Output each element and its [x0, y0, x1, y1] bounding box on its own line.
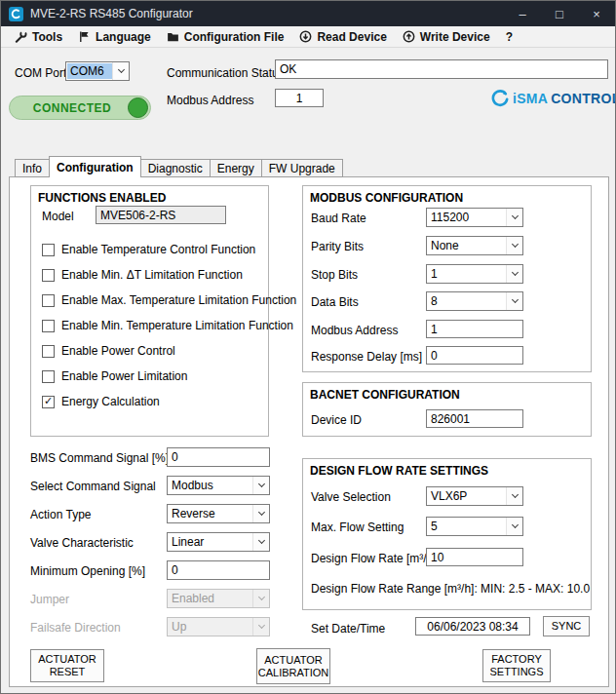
com-port-combobox[interactable]: COM6 — [65, 61, 130, 81]
menu-item-configuration-file[interactable]: Configuration File — [159, 26, 292, 47]
response-delay-input[interactable] — [426, 346, 523, 365]
bms-command-signal-label: BMS Command Signal [%] — [30, 451, 169, 465]
select-command-signal-combobox[interactable]: Modbus — [167, 476, 270, 495]
checkbox[interactable]: ✓ — [42, 244, 55, 256]
combobox-value: Modbus — [168, 479, 252, 492]
baud-rate-combobox[interactable]: 115200 — [426, 208, 523, 227]
chevron-down-icon — [506, 518, 522, 535]
checkbox-row-power-limitation[interactable]: ✓ Enable Power Limitation — [42, 369, 187, 383]
chevron-down-icon — [252, 505, 269, 522]
tab-info[interactable]: Info — [15, 159, 50, 177]
chevron-down-icon — [252, 590, 269, 607]
parity-bits-combobox[interactable]: None — [426, 236, 523, 255]
valve-characteristic-combobox[interactable]: Linear — [167, 532, 270, 552]
model-input[interactable] — [96, 206, 226, 224]
action-type-combobox[interactable]: Reverse — [167, 504, 270, 523]
connected-indicator-dot — [128, 97, 148, 118]
connected-status-pill: CONNECTED — [9, 96, 151, 120]
response-delay-label: Response Delay [ms] — [311, 350, 422, 364]
max-flow-setting-combobox[interactable]: 5 — [426, 517, 523, 536]
valve-selection-combobox[interactable]: VLX6P — [426, 486, 523, 506]
checkbox-row-power-control[interactable]: ✓ Enable Power Control — [42, 344, 175, 358]
actuator-calibration-button[interactable]: ACTUATOR CALIBRATION — [256, 648, 330, 684]
combobox-value: Reverse — [168, 507, 252, 520]
modbus-address-input[interactable] — [275, 89, 324, 107]
com-port-label: COM Port — [15, 66, 66, 80]
folder-icon — [167, 30, 179, 43]
factory-settings-button[interactable]: FACTORY SETTINGS — [482, 649, 551, 682]
parity-bits-label: Parity Bits — [311, 240, 364, 253]
checkbox[interactable]: ✓ — [42, 294, 55, 307]
checkbox-row-temperature-control[interactable]: ✓ Enable Temperature Control Function — [42, 243, 255, 256]
combobox-value: 5 — [427, 520, 506, 533]
maximize-button[interactable]: □ — [541, 1, 578, 26]
close-button[interactable]: × — [578, 1, 615, 26]
set-datetime-label: Set Date/Time — [311, 622, 385, 636]
bacnet-configuration-title: BACNET CONFIGURATION — [310, 388, 460, 402]
menu-item-read-device[interactable]: Read Device — [291, 26, 394, 47]
title-bar: MVE-2-RS RS485 Configurator – □ × — [1, 1, 615, 26]
minimize-button[interactable]: – — [504, 1, 541, 26]
menu-item-tools[interactable]: Tools — [7, 26, 70, 47]
tab-diagnostic[interactable]: Diagnostic — [140, 159, 211, 177]
tab-strip: Info Configuration Diagnostic Energy FW … — [15, 156, 342, 177]
checkbox[interactable]: ✓ — [42, 396, 55, 408]
communication-status-input[interactable] — [275, 59, 608, 79]
combobox-value: Up — [168, 620, 252, 634]
menu-item-write-device[interactable]: Write Device — [395, 26, 498, 47]
device-id-input[interactable] — [426, 409, 523, 428]
action-type-label: Action Type — [30, 508, 91, 521]
minimum-opening-input[interactable] — [167, 560, 270, 580]
bms-command-signal-input[interactable] — [167, 447, 270, 467]
menu-item-help[interactable]: ? — [498, 26, 520, 47]
communication-status-label: Communication Status — [167, 66, 285, 80]
checkbox-row-energy-calculation[interactable]: ✓ Energy Calculation — [42, 395, 160, 408]
combobox-value: VLX6P — [427, 489, 506, 503]
select-command-signal-label: Select Command Signal — [30, 480, 156, 493]
menu-label: Write Device — [420, 30, 490, 44]
set-datetime-input[interactable] — [415, 617, 530, 636]
menu-bar: Tools Language Configuration File Read D… — [1, 26, 615, 48]
window-controls: – □ × — [504, 1, 615, 26]
design-flow-rate-input[interactable] — [426, 548, 523, 566]
data-bits-combobox[interactable]: 8 — [426, 291, 523, 311]
design-flow-rate-label: Design Flow Rate [m³/h] — [311, 552, 437, 565]
chevron-down-icon — [506, 487, 522, 505]
checkbox-row-min-temperature-limitation[interactable]: ✓ Enable Min. Temperature Limitation Fun… — [42, 319, 293, 332]
modbus-address-label: Modbus Address — [167, 94, 253, 107]
tab-fw-upgrade[interactable]: FW Upgrade — [261, 159, 343, 177]
data-bits-label: Data Bits — [311, 295, 359, 309]
checkbox[interactable]: ✓ — [42, 370, 55, 383]
jumper-combobox: Enabled — [167, 589, 270, 608]
checkbox[interactable]: ✓ — [42, 345, 55, 358]
valve-characteristic-label: Valve Characteristic — [30, 536, 134, 550]
stop-bits-combobox[interactable]: 1 — [426, 264, 523, 284]
checkbox-label: Enable Power Control — [61, 344, 175, 358]
write-device-circle-icon — [403, 30, 415, 43]
menu-item-language[interactable]: Language — [70, 26, 159, 47]
combobox-value: 8 — [427, 294, 506, 308]
combobox-value: COM6 — [67, 63, 112, 79]
chevron-down-icon — [252, 477, 269, 494]
sync-button[interactable]: SYNC — [543, 616, 590, 636]
checkbox[interactable]: ✓ — [42, 269, 55, 282]
actuator-reset-button[interactable]: ACTUATOR RESET — [30, 649, 104, 682]
wrench-icon — [15, 30, 27, 43]
design-flow-rate-title: DESIGN FLOW RATE SETTINGS — [310, 464, 488, 478]
chevron-down-icon — [112, 62, 129, 80]
checkbox-label: Enable Min. ΔT Limitation Function — [61, 268, 243, 282]
modbus-address-config-input[interactable] — [426, 320, 523, 338]
tab-configuration[interactable]: Configuration — [49, 156, 141, 177]
checkbox-row-min-dt-limitation[interactable]: ✓ Enable Min. ΔT Limitation Function — [42, 268, 243, 282]
tab-energy[interactable]: Energy — [210, 159, 262, 177]
checkbox[interactable]: ✓ — [42, 320, 55, 332]
combobox-value: None — [427, 239, 506, 252]
model-label: Model — [42, 210, 74, 223]
device-id-label: Device ID — [311, 413, 362, 427]
app-icon — [9, 7, 23, 21]
chevron-down-icon — [252, 533, 269, 551]
jumper-label: Jumper — [30, 593, 69, 606]
checkbox-row-max-temperature-limitation[interactable]: ✓ Enable Max. Temperature Limitation Fun… — [42, 293, 296, 307]
chevron-down-icon — [506, 237, 522, 254]
failsafe-direction-label: Failsafe Direction — [30, 621, 121, 635]
